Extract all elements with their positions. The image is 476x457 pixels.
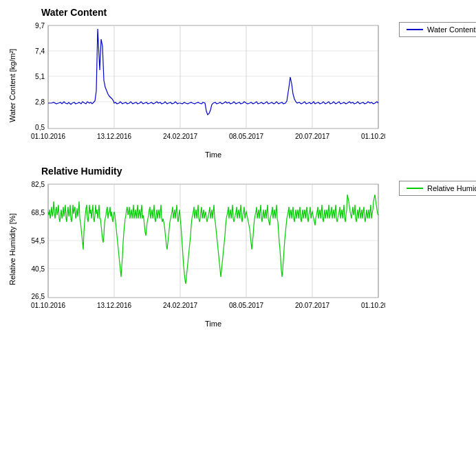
water-content-y-label: Water Content [kg/m²]: [7, 22, 18, 149]
water-content-title: Water Content: [41, 7, 469, 18]
svg-text:01.10.2017: 01.10.2017: [361, 302, 385, 309]
svg-text:40,5: 40,5: [32, 265, 45, 273]
svg-text:20.07.2017: 20.07.2017: [295, 133, 329, 140]
relative-humidity-legend-line: [407, 188, 423, 189]
svg-text:13.12.2016: 13.12.2016: [97, 302, 131, 309]
water-content-legend: Water Content: [399, 22, 476, 37]
svg-text:01.10.2016: 01.10.2016: [31, 302, 65, 309]
relative-humidity-chart-area: 82,5 68,5 54,5 40,5 26,5 01.10.2016 13.1…: [21, 181, 385, 318]
water-content-section: Water Content Water Content [kg/m²]: [7, 7, 469, 159]
svg-text:01.10.2016: 01.10.2016: [31, 133, 65, 140]
svg-text:82,5: 82,5: [32, 181, 45, 188]
svg-text:08.05.2017: 08.05.2017: [229, 302, 263, 309]
svg-text:26,5: 26,5: [32, 293, 45, 300]
svg-text:2,8: 2,8: [35, 98, 45, 106]
svg-text:24.02.2017: 24.02.2017: [163, 133, 197, 140]
relative-humidity-legend: Relative Humidity: [399, 181, 476, 196]
water-content-svg: 9,7 7,4 5,1 2,8 0,5 01.10.2016 13.12.201…: [21, 22, 385, 149]
relative-humidity-svg: 82,5 68,5 54,5 40,5 26,5 01.10.2016 13.1…: [21, 181, 385, 318]
relative-humidity-section: Relative Humidity Relative Humidity [%]: [7, 166, 469, 328]
svg-text:68,5: 68,5: [32, 209, 45, 216]
relative-humidity-title: Relative Humidity: [41, 166, 469, 177]
svg-text:9,7: 9,7: [35, 22, 45, 30]
water-content-legend-line: [407, 29, 423, 30]
svg-text:01.10.2017: 01.10.2017: [361, 133, 385, 140]
svg-text:20.07.2017: 20.07.2017: [295, 302, 329, 309]
svg-text:08.05.2017: 08.05.2017: [229, 133, 263, 140]
svg-text:5,1: 5,1: [35, 73, 45, 80]
svg-text:13.12.2016: 13.12.2016: [97, 133, 131, 140]
svg-text:54,5: 54,5: [32, 237, 45, 245]
relative-humidity-x-label: Time: [41, 320, 385, 328]
water-content-x-label: Time: [41, 151, 385, 159]
svg-rect-23: [48, 184, 378, 298]
relative-humidity-legend-label: Relative Humidity: [427, 184, 476, 192]
svg-text:24.02.2017: 24.02.2017: [163, 302, 197, 309]
water-content-legend-label: Water Content: [427, 25, 476, 34]
water-content-chart-area: 9,7 7,4 5,1 2,8 0,5 01.10.2016 13.12.201…: [21, 22, 385, 149]
svg-text:7,4: 7,4: [35, 47, 45, 55]
relative-humidity-y-label: Relative Humidity [%]: [7, 181, 18, 318]
svg-text:0,5: 0,5: [35, 124, 45, 131]
